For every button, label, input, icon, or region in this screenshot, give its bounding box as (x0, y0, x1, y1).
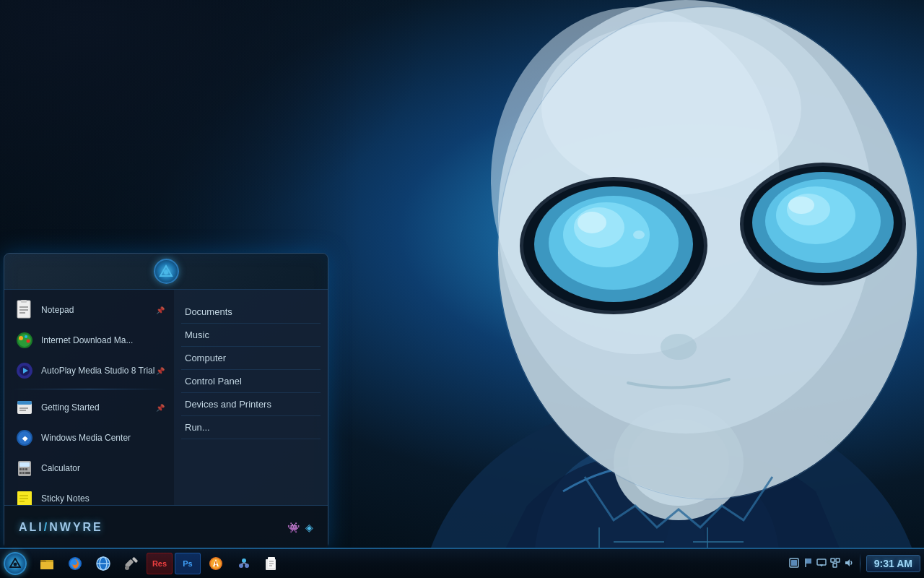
top-vignette (0, 0, 433, 253)
wmc-icon: ❖ (14, 427, 35, 449)
taskbar-network[interactable] (231, 551, 257, 577)
svg-point-35 (19, 336, 23, 340)
link-documents[interactable]: Documents (181, 301, 321, 324)
svg-rect-53 (25, 468, 27, 470)
tray-separator (860, 553, 860, 574)
start-button[interactable] (0, 548, 30, 578)
alienware-brand-text: ALI/NWYRE (19, 521, 103, 534)
svg-rect-98 (817, 559, 826, 565)
tray-icon-display[interactable] (816, 558, 827, 570)
program-item-autoplay[interactable]: AutoPlay Media Studio 8 Trial 📌 (8, 356, 170, 385)
tray-icon-flag[interactable] (803, 558, 813, 570)
svg-point-15 (578, 212, 606, 233)
svg-rect-90 (268, 557, 275, 568)
svg-point-36 (25, 335, 27, 338)
taskbar-firefox[interactable] (62, 551, 88, 577)
alien-face-icon: 👾 (287, 522, 300, 533)
system-clock[interactable]: 9:31 AM (866, 555, 920, 572)
svg-rect-69 (40, 562, 53, 569)
svg-rect-54 (19, 472, 22, 474)
start-menu-bottom-icons: 👾 ◈ (287, 522, 313, 533)
svg-rect-29 (21, 300, 27, 303)
svg-line-88 (244, 563, 247, 564)
svg-rect-28 (17, 301, 30, 318)
taskbar-files[interactable] (259, 551, 285, 577)
svg-point-78 (125, 566, 129, 570)
taskbar-tools[interactable] (118, 551, 144, 577)
tray-icon-network[interactable] (830, 558, 840, 570)
taskbar-avast[interactable] (203, 551, 229, 577)
taskbar: Res Ps (0, 548, 924, 578)
link-devices-printers[interactable]: Devices and Printers (181, 393, 321, 416)
sticky-notes-label: Sticky Notes (41, 493, 165, 504)
wmc-label: Windows Media Center (41, 433, 165, 443)
svg-line-87 (241, 563, 244, 564)
svg-rect-103 (833, 564, 837, 567)
alien-logo-icon: ◈ (305, 522, 313, 533)
svg-rect-56 (25, 472, 30, 474)
svg-point-24 (661, 334, 697, 360)
idm-label: Internet Download Ma... (41, 335, 165, 345)
tray-icon-volume[interactable] (844, 558, 854, 570)
start-menu-header (4, 254, 328, 290)
svg-rect-95 (791, 560, 797, 566)
svg-point-82 (215, 565, 217, 567)
getting-started-icon (14, 397, 35, 418)
idm-icon (14, 329, 35, 351)
svg-point-67 (14, 563, 17, 566)
start-menu-footer: ALI/NWYRE 👾 ◈ (4, 505, 328, 548)
program-item-wmc[interactable]: ❖ Windows Media Center (8, 423, 170, 452)
alienware-logo-header (154, 259, 179, 284)
svg-text:❖: ❖ (22, 435, 28, 443)
svg-rect-83 (215, 561, 217, 564)
autoplay-label: AutoPlay Media Studio 8 Trial (41, 366, 156, 376)
link-music[interactable]: Music (181, 324, 321, 347)
taskbar-photoshop[interactable]: Ps (175, 553, 201, 574)
link-run[interactable]: Run... (181, 416, 321, 439)
start-menu-links: Documents Music Computer Control Panel D… (174, 290, 328, 505)
svg-point-86 (242, 558, 246, 563)
start-button-circle (4, 552, 27, 575)
svg-point-16 (633, 230, 645, 239)
svg-point-23 (788, 197, 814, 214)
pin-icon-notepad: 📌 (156, 306, 165, 314)
notepad-icon (14, 299, 35, 321)
svg-rect-52 (22, 468, 25, 470)
start-menu-programs: Notepad 📌 Internet Download Ma... (4, 290, 174, 505)
tray-icon-1[interactable] (789, 558, 799, 570)
svg-rect-50 (19, 462, 30, 467)
svg-rect-96 (806, 558, 811, 564)
calculator-label: Calculator (41, 463, 165, 473)
system-tray: 9:31 AM (785, 549, 924, 578)
program-item-calculator[interactable]: Calculator (8, 454, 170, 483)
start-menu: Notepad 📌 Internet Download Ma... (4, 253, 328, 549)
desktop: Notepad 📌 Internet Download Ma... (0, 0, 924, 578)
svg-rect-101 (831, 558, 834, 562)
taskbar-file-explorer[interactable] (34, 551, 60, 577)
link-computer[interactable]: Computer (181, 347, 321, 370)
program-item-sticky-notes[interactable]: Sticky Notes (8, 484, 170, 505)
taskbar-res[interactable]: Res (147, 553, 173, 574)
notepad-label: Notepad (41, 305, 156, 315)
taskbar-ie[interactable] (90, 551, 116, 577)
svg-rect-43 (17, 401, 32, 405)
pin-icon-getting-started: 📌 (156, 404, 165, 412)
svg-rect-102 (836, 558, 840, 562)
link-control-panel[interactable]: Control Panel (181, 370, 321, 393)
taskbar-items: Res Ps (30, 549, 785, 578)
svg-rect-55 (22, 472, 25, 474)
sticky-notes-icon (14, 488, 35, 505)
menu-separator-1 (12, 389, 167, 389)
svg-point-27 (164, 270, 168, 275)
svg-point-37 (27, 340, 30, 343)
svg-marker-106 (845, 559, 850, 566)
program-item-idm[interactable]: Internet Download Ma... (8, 326, 170, 355)
svg-point-8 (541, 22, 801, 195)
autoplay-icon (14, 360, 35, 381)
program-item-notepad[interactable]: Notepad 📌 (8, 296, 170, 324)
pin-icon-autoplay: 📌 (156, 367, 165, 375)
program-item-getting-started[interactable]: Getting Started 📌 (8, 393, 170, 422)
getting-started-label: Getting Started (41, 402, 156, 413)
calculator-icon (14, 457, 35, 479)
svg-rect-51 (19, 468, 22, 470)
